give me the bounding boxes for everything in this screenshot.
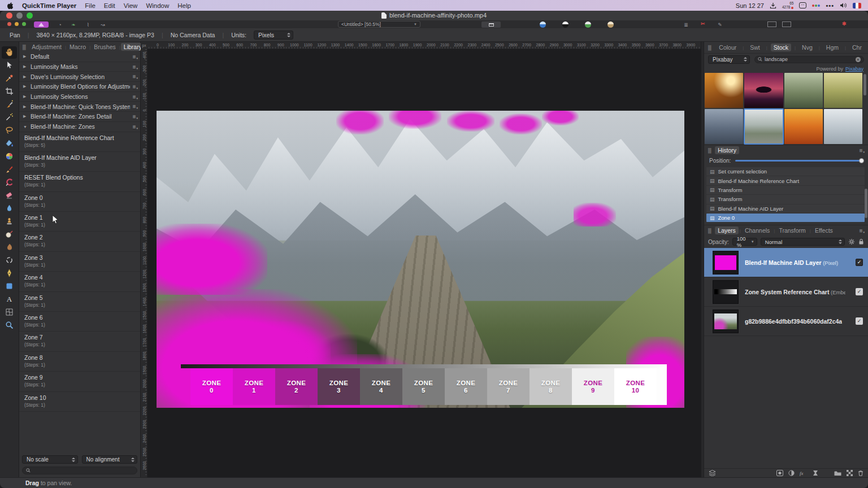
mask-layer-icon[interactable] xyxy=(776,470,783,476)
tab-channels[interactable]: Channels xyxy=(742,226,772,234)
stock-search-field[interactable]: ✕ xyxy=(754,56,864,63)
history-item[interactable]: ▤Transform xyxy=(706,186,865,194)
move-tool[interactable] xyxy=(2,59,17,72)
units-select[interactable]: Pixels xyxy=(254,30,293,40)
tab-transform[interactable]: Transform xyxy=(776,226,808,234)
warning-icon[interactable]: ✱ xyxy=(842,21,847,27)
blemish-removal-tool[interactable] xyxy=(2,254,17,267)
input-language-flag-icon[interactable] xyxy=(853,3,861,8)
category-menu-icon[interactable] xyxy=(133,94,140,100)
history-scrollbar[interactable] xyxy=(865,189,867,218)
disclosure-icon[interactable]: ▶ xyxy=(23,94,28,99)
crop-tool[interactable] xyxy=(2,85,17,98)
auto-white-balance-icon[interactable] xyxy=(607,21,614,28)
disclosure-icon[interactable]: ▼ xyxy=(23,125,28,129)
library-item[interactable]: Blend-If Machine Reference Chart(Steps: … xyxy=(19,132,140,152)
layers-panel-menu-icon[interactable] xyxy=(860,228,866,234)
live-filter-fx-icon[interactable]: fx xyxy=(800,470,808,476)
facetime-icon[interactable] xyxy=(799,2,806,8)
clear-search-icon[interactable]: ✕ xyxy=(856,57,861,62)
library-item[interactable]: Zone 3(Steps: 1) xyxy=(19,252,140,272)
category-menu-icon[interactable] xyxy=(133,114,140,120)
library-category[interactable]: ▶Luminosity Blend Options for Adjustment… xyxy=(19,82,140,92)
category-menu-icon[interactable] xyxy=(133,73,140,80)
stock-thumb-pale-fantasy-shore[interactable] xyxy=(824,109,862,144)
library-item[interactable]: Zone 10(Steps: 1) xyxy=(19,392,140,412)
liquify-persona-icon[interactable]: ◔ xyxy=(57,21,63,28)
stock-thumb-misty-forest-road[interactable] xyxy=(705,109,743,144)
tab-brushes[interactable]: Brushes xyxy=(91,43,119,51)
layer-settings-gear-icon[interactable] xyxy=(848,238,855,245)
mesh-warp-tool[interactable] xyxy=(2,306,17,319)
library-search-input[interactable] xyxy=(33,468,133,474)
photo-persona-button[interactable] xyxy=(34,21,49,28)
auto-levels-icon[interactable] xyxy=(540,21,546,28)
stock-thumb-autumn-forest-rays[interactable] xyxy=(705,73,743,108)
history-panel-menu-icon[interactable] xyxy=(860,147,866,154)
tab-chr[interactable]: Chr xyxy=(849,43,865,51)
menu-item-file[interactable]: File xyxy=(85,2,96,9)
auto-contrast-icon[interactable] xyxy=(562,21,568,28)
colour-replacement-brush-tool[interactable] xyxy=(2,176,17,189)
snapping-icon[interactable]: ≣ xyxy=(683,21,689,28)
blend-mode-select[interactable]: Normal xyxy=(761,238,845,246)
document-switcher[interactable]: <Untitled> [50.5%] ▼ xyxy=(338,21,420,28)
export-persona-icon[interactable]: ↝ xyxy=(99,21,106,28)
assistant-icon[interactable]: ✂ xyxy=(701,21,705,27)
panel-drag-handle-icon[interactable]: ▐▌ xyxy=(706,45,713,50)
library-item[interactable]: Zone 0(Steps: 1) xyxy=(19,192,140,212)
library-category[interactable]: ▶Luminosity Masks xyxy=(19,62,140,72)
layer-row[interactable]: Zone System Reference Chart (Embedded) xyxy=(704,277,868,307)
slider-thumb[interactable] xyxy=(859,158,864,163)
layer-visibility-checkbox[interactable] xyxy=(856,259,863,266)
lasso-tool[interactable] xyxy=(2,124,17,137)
tab-effects[interactable]: Effects xyxy=(812,226,836,234)
disclosure-icon[interactable]: ▶ xyxy=(23,114,28,119)
colorful-app-icon[interactable] xyxy=(812,5,820,7)
clone-stamp-tool[interactable] xyxy=(2,215,17,228)
library-item[interactable]: Zone 6(Steps: 1) xyxy=(19,312,140,332)
live-filter-hourglass-icon[interactable] xyxy=(813,470,818,476)
library-category[interactable]: ▶Luminosity Selections xyxy=(19,92,140,102)
layer-row[interactable]: Blend-If Machine AID Layer (Pixel) xyxy=(704,248,868,277)
dodge-tool[interactable] xyxy=(2,228,17,241)
menu-item-view[interactable]: View xyxy=(124,2,138,9)
category-menu-icon[interactable] xyxy=(133,84,140,90)
auto-colour-icon[interactable] xyxy=(585,21,591,28)
history-position-slider[interactable] xyxy=(735,160,863,162)
view-tool[interactable] xyxy=(2,46,17,59)
library-item[interactable]: RESET Blend Options(Steps: 1) xyxy=(19,172,140,191)
category-menu-icon[interactable] xyxy=(133,54,140,60)
library-item[interactable]: Zone 2(Steps: 1) xyxy=(19,232,140,251)
stock-provider-select[interactable]: Pixabay xyxy=(708,55,750,64)
delete-layer-trash-icon[interactable] xyxy=(858,470,863,476)
group-folder-icon[interactable] xyxy=(834,470,841,476)
app-close-button[interactable] xyxy=(7,22,11,26)
library-category[interactable]: ▶Dave's Luminosity Selection xyxy=(19,72,140,82)
category-menu-icon[interactable] xyxy=(133,124,140,130)
open-document-button[interactable] xyxy=(481,21,501,28)
paint-brush-tool[interactable] xyxy=(2,163,17,176)
shape-tool[interactable] xyxy=(2,280,17,293)
layer-visibility-checkbox[interactable] xyxy=(856,317,863,325)
app-minimize-button[interactable] xyxy=(15,22,19,26)
library-item[interactable]: Zone 4(Steps: 1) xyxy=(19,272,140,291)
tab-hgm[interactable]: Hgm xyxy=(823,43,841,51)
library-search-field[interactable] xyxy=(22,467,137,474)
volume-icon[interactable] xyxy=(840,2,847,8)
disclosure-icon[interactable]: ▶ xyxy=(23,75,28,79)
stock-thumb-vivid-autumn-path[interactable] xyxy=(784,109,823,144)
pixabay-link[interactable]: Pixabay xyxy=(845,66,863,72)
canvas-viewport[interactable]: px 0100200300400500600700800900100011001… xyxy=(141,42,701,477)
opacity-select[interactable]: 100 % ▼ xyxy=(732,238,757,246)
tab-layers[interactable]: Layers xyxy=(715,226,739,234)
category-menu-icon[interactable] xyxy=(133,103,140,110)
menu-item-window[interactable]: Window xyxy=(146,2,169,9)
library-category[interactable]: ▼Blend-If Machine: Zones xyxy=(19,122,140,132)
library-item[interactable]: Zone 9(Steps: 1) xyxy=(19,372,140,391)
alignment-select[interactable]: No alignment xyxy=(82,455,138,464)
library-category[interactable]: ▶Blend-If Machine: Zones Detail xyxy=(19,112,140,122)
rotate-icon[interactable] xyxy=(782,21,791,27)
adjustment-layer-icon[interactable] xyxy=(788,470,795,476)
history-item[interactable]: ▤Transform xyxy=(706,195,865,203)
